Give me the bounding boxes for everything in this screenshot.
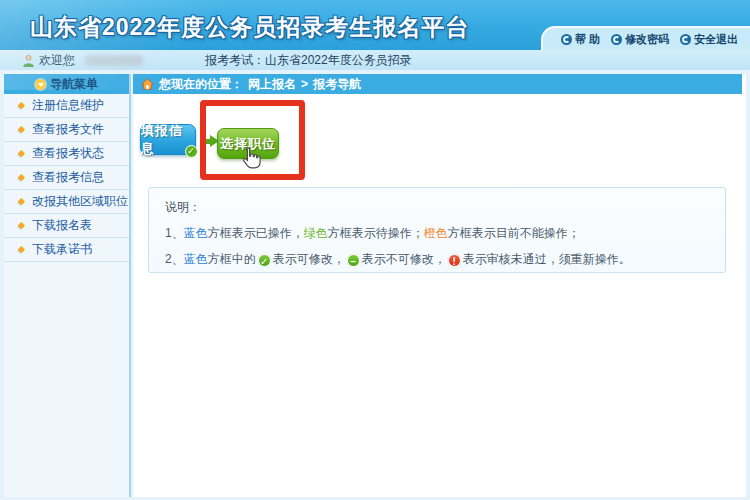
logout-icon bbox=[680, 34, 691, 45]
change-password-label: 修改密码 bbox=[625, 32, 669, 47]
notes-line-1-t2: 方框表示待操作； bbox=[328, 226, 424, 240]
change-password-link[interactable]: 修改密码 bbox=[611, 32, 669, 47]
page-title: 山东省2022年度公务员招录考生报名平台 bbox=[30, 12, 469, 43]
main-content: 您现在的位置：网上报名 > 报考导航 填报信息 ✓ 选择职位 说明： 1、蓝色方… bbox=[133, 74, 746, 497]
editable-check-icon: ✓ bbox=[258, 254, 271, 267]
notes-line-2-t1: 方框中的 bbox=[208, 252, 256, 266]
notes-line-2-num: 2、 bbox=[165, 252, 184, 266]
help-link-label: 帮 助 bbox=[575, 32, 600, 47]
notes-line-2-t4: 表示审核未通过，须重新操作。 bbox=[463, 252, 631, 266]
app-header: 山东省2022年度公务员招录考生报名平台 帮 助 修改密码 安全退出 bbox=[0, 0, 750, 50]
sidebar-item-change-region-position[interactable]: 改报其他区域职位 bbox=[4, 190, 129, 214]
legend-word-blue: 蓝色 bbox=[184, 226, 208, 240]
sidebar-item-download-commitment-letter[interactable]: 下载承诺书 bbox=[4, 238, 129, 262]
sidebar-item-register-info[interactable]: 注册信息维护 bbox=[4, 94, 129, 118]
audit-failed-exclamation-icon: ! bbox=[448, 254, 461, 267]
legend-word-green: 绿色 bbox=[304, 226, 328, 240]
notes-line-2-t3: 表示不可修改， bbox=[362, 252, 446, 266]
logout-label: 安全退出 bbox=[694, 32, 738, 47]
notes-line-2-t2: 表示可修改， bbox=[273, 252, 345, 266]
step-fill-info-button[interactable]: 填报信息 ✓ bbox=[140, 124, 196, 155]
notes-line-1-t3: 方框表示目前不能操作； bbox=[448, 226, 580, 240]
registration-platform-page: 山东省2022年度公务员招录考生报名平台 帮 助 修改密码 安全退出 欢迎您 bbox=[0, 0, 750, 500]
notes-line-1-t1: 方框表示已操作， bbox=[208, 226, 304, 240]
legend-word-blue-2: 蓝色 bbox=[184, 252, 208, 266]
step-done-check-icon: ✓ bbox=[185, 145, 198, 158]
cursor-hand-icon bbox=[237, 146, 263, 172]
not-editable-minus-icon: − bbox=[347, 254, 360, 267]
help-link[interactable]: 帮 助 bbox=[561, 32, 600, 47]
sidebar-item-download-registration-form[interactable]: 下载报名表 bbox=[4, 214, 129, 238]
help-icon bbox=[561, 34, 572, 45]
sidebar-item-view-exam-info[interactable]: 查看报考信息 bbox=[4, 166, 129, 190]
sidebar-item-view-exam-files[interactable]: 查看报考文件 bbox=[4, 118, 129, 142]
notes-line-1: 1、蓝色方框表示已操作，绿色方框表示待操作；橙色方框表示目前不能操作； bbox=[165, 225, 709, 242]
sidebar-nav: 导航菜单 注册信息维护 查看报考文件 查看报考状态 查看报考信息 改报其他区域职… bbox=[4, 74, 131, 497]
change-password-icon bbox=[611, 34, 622, 45]
notes-line-2: 2、蓝色方框中的✓表示可修改，−表示不可修改，!表示审核未通过，须重新操作。 bbox=[165, 251, 709, 268]
logout-link[interactable]: 安全退出 bbox=[680, 32, 738, 47]
sidebar-item-view-exam-status[interactable]: 查看报考状态 bbox=[4, 142, 129, 166]
header-quick-links: 帮 助 修改密码 安全退出 bbox=[541, 26, 750, 50]
notes-title: 说明： bbox=[165, 199, 709, 216]
notes-box: 说明： 1、蓝色方框表示已操作，绿色方框表示待操作；橙色方框表示目前不能操作； … bbox=[148, 187, 726, 273]
notes-line-1-num: 1、 bbox=[165, 226, 184, 240]
legend-word-orange: 橙色 bbox=[424, 226, 448, 240]
